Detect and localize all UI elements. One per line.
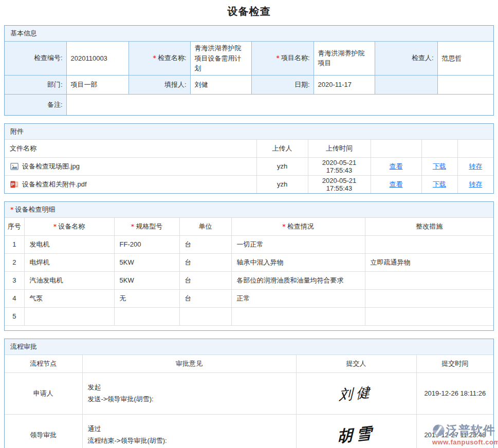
model: 5KW xyxy=(114,271,179,289)
device-name: 发电机 xyxy=(24,235,114,253)
file-name-cell: P 设备检查相关附件.pdf xyxy=(5,180,256,189)
device-name: 汽油发电机 xyxy=(24,271,114,289)
device-name: 电焊机 xyxy=(24,253,114,271)
opinion-line: 发起 xyxy=(88,383,296,392)
field-value-check-no: 2020110003 xyxy=(66,42,128,75)
opinion-line: 通过 xyxy=(88,424,296,434)
inspection-detail-header: *设备检查明细 xyxy=(5,202,493,218)
basic-info-header: 基本信息 xyxy=(5,26,493,42)
field-label-empty xyxy=(375,75,437,94)
col-header-upload-time: 上传时间 xyxy=(308,140,371,158)
field-value-inspector: 范思哲 xyxy=(437,42,493,75)
submit-time: 2019-12-27 11:23:48 xyxy=(416,414,493,448)
svg-text:P: P xyxy=(11,181,15,187)
file-name-cell: 设备检查现场图.jpg xyxy=(5,162,256,171)
page-title: 设备检查 xyxy=(0,5,498,18)
col-header-node: 流程节点 xyxy=(5,355,82,373)
col-header-model: *规格型号 xyxy=(114,218,179,236)
field-value-remark xyxy=(66,94,493,115)
col-header-submitter: 提交人 xyxy=(296,355,416,373)
col-header-measure: 整改措施 xyxy=(365,218,493,236)
col-header-action2 xyxy=(421,140,457,158)
required-mark: * xyxy=(276,54,280,62)
col-header-action1 xyxy=(371,140,421,158)
col-header-seq: 序号 xyxy=(5,218,24,236)
status: 正常 xyxy=(231,289,365,307)
signature: 胡雪 xyxy=(337,422,375,447)
flow-node: 申请人 xyxy=(5,372,82,414)
approval-opinion: 通过 流程结束->领导审批(胡雪): xyxy=(82,414,296,448)
field-value-department: 项目一部 xyxy=(66,75,128,94)
view-link[interactable]: 查看 xyxy=(390,180,403,188)
signature: 刘健 xyxy=(339,382,374,404)
model: 无 xyxy=(114,289,179,307)
col-header-submit-time: 提交时间 xyxy=(416,355,493,373)
detail-row: 1 发电机 FF-200 台 一切正常 xyxy=(5,235,493,253)
upload-time: 2020-05-21 17:55:43 xyxy=(308,175,371,193)
device-name: 气泵 xyxy=(24,289,114,307)
view-link[interactable]: 查看 xyxy=(390,162,403,170)
flow-node: 领导审批 xyxy=(5,414,82,448)
col-header-action3 xyxy=(457,140,493,158)
submit-time: 2019-12-26 18:11:26 xyxy=(416,372,493,414)
field-label-project-name: *项目名称: xyxy=(251,42,313,75)
uploader: yzh xyxy=(256,157,308,175)
opinion-line: 发送->领导审批(胡雪): xyxy=(88,395,296,404)
image-file-icon xyxy=(10,162,19,171)
table-row: 备注: xyxy=(5,94,493,115)
table-header-row: 序号 *设备名称 *规格型号 单位 *检查情况 整改措施 xyxy=(5,218,493,236)
field-value-project-name: 青海洪湖养护院项目 xyxy=(313,42,375,75)
table-row: 检查编号: 2020110003 *检查名称: 青海洪湖养护院项目设备需用计划 … xyxy=(5,42,493,75)
status: 轴承中混入异物 xyxy=(231,253,365,271)
basic-info-panel: 基本信息 检查编号: 2020110003 *检查名称: 青海洪湖养护院项目设备… xyxy=(4,25,494,116)
required-mark: * xyxy=(10,206,14,213)
approval-header: 流程审批 xyxy=(5,339,493,355)
device-name xyxy=(24,307,114,325)
attachments-table: 文件名称 上传人 上传时间 设备检查现场图.jpg yzh 2020-05-21… xyxy=(5,140,493,193)
seq: 1 xyxy=(5,235,24,253)
seq: 2 xyxy=(5,253,24,271)
inspection-detail-panel: *设备检查明细 序号 *设备名称 *规格型号 单位 *检查情况 整改措施 1 发… xyxy=(4,201,494,331)
col-header-uploader: 上传人 xyxy=(256,140,308,158)
upload-time: 2020-05-21 17:55:43 xyxy=(308,157,371,175)
col-header-unit: 单位 xyxy=(179,218,231,236)
table-row: 部门: 项目一部 填报人: 刘健 日期: 2020-11-17 xyxy=(5,75,493,94)
uploader: yzh xyxy=(256,175,308,193)
transfer-link[interactable]: 转存 xyxy=(469,180,482,188)
attachments-header: 附件 xyxy=(5,124,493,140)
required-mark: * xyxy=(131,222,135,230)
seq: 3 xyxy=(5,271,24,289)
measure: 立即疏通异物 xyxy=(365,253,493,271)
col-header-status: *检查情况 xyxy=(231,218,365,236)
field-label-filler: 填报人: xyxy=(128,75,190,94)
status: 各部位的润滑油质和油量均符合要求 xyxy=(231,271,365,289)
approval-panel: 流程审批 流程节点 审批意见 提交人 提交时间 申请人 发起 发送->领导审批(… xyxy=(4,339,494,448)
unit: 台 xyxy=(179,271,231,289)
measure xyxy=(365,235,493,253)
detail-row: 5 xyxy=(5,307,493,325)
file-name: 设备检查现场图.jpg xyxy=(22,162,80,171)
download-link[interactable]: 下载 xyxy=(433,180,446,188)
basic-info-table: 检查编号: 2020110003 *检查名称: 青海洪湖养护院项目设备需用计划 … xyxy=(5,42,493,115)
transfer-link[interactable]: 转存 xyxy=(469,162,482,170)
table-header-row: 流程节点 审批意见 提交人 提交时间 xyxy=(5,355,493,373)
seq: 5 xyxy=(5,307,24,325)
attachments-panel: 附件 文件名称 上传人 上传时间 设备检查现场图.jpg xyxy=(4,123,494,194)
measure xyxy=(365,271,493,289)
model: FF-200 xyxy=(114,235,179,253)
field-label-date: 日期: xyxy=(251,75,313,94)
approval-table: 流程节点 审批意见 提交人 提交时间 申请人 发起 发送->领导审批(胡雪): … xyxy=(5,355,493,448)
detail-row: 2 电焊机 5KW 台 轴承中混入异物 立即疏通异物 xyxy=(5,253,493,271)
download-link[interactable]: 下载 xyxy=(433,162,446,170)
attachment-row: P 设备检查相关附件.pdf yzh 2020-05-21 17:55:43 查… xyxy=(5,175,493,193)
attachment-row: 设备检查现场图.jpg yzh 2020-05-21 17:55:43 查看 下… xyxy=(5,157,493,175)
seq: 4 xyxy=(5,289,24,307)
model: 5KW xyxy=(114,253,179,271)
field-label-check-name: *检查名称: xyxy=(128,42,190,75)
required-mark: * xyxy=(282,222,286,230)
field-value-empty xyxy=(437,75,493,94)
opinion-line: 流程结束->领导审批(胡雪): xyxy=(88,436,296,445)
field-label-department: 部门: xyxy=(5,75,66,94)
status xyxy=(231,307,365,325)
required-mark: * xyxy=(153,54,156,62)
